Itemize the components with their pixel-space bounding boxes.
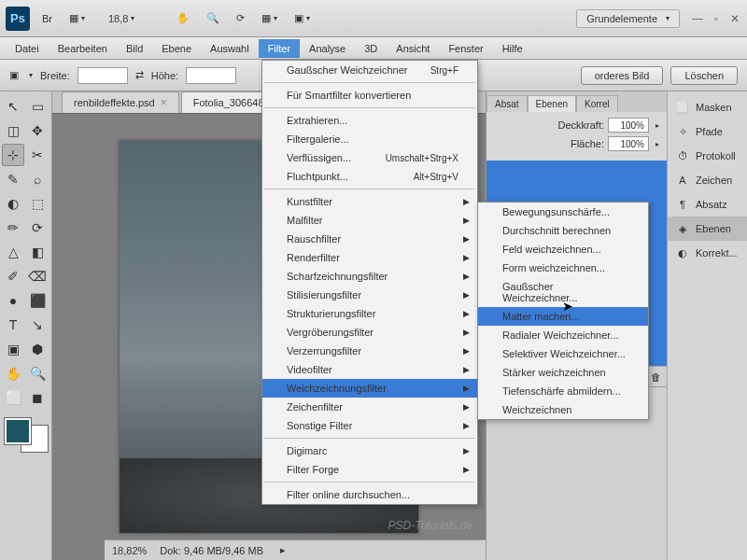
blur-item[interactable]: Bewegungsunschärfe... [478,203,648,221]
tool-9[interactable]: ⬚ [26,192,49,215]
menu-bearbeiten[interactable]: Bearbeiten [49,39,117,58]
blur-item[interactable]: Selektiver Weichzeichner... [478,344,648,363]
tool-19[interactable]: ↘ [26,314,49,336]
tool-13[interactable]: ◧ [26,241,49,263]
bridge-button[interactable]: Br [35,9,59,28]
tool-23[interactable]: 🔍 [26,362,49,385]
filter-item[interactable]: Rauschfilter▶ [262,230,477,248]
tool-12[interactable]: △ [2,241,24,263]
tool-11[interactable]: ⟳ [26,217,49,239]
status-zoom[interactable]: 18,82% [112,545,147,556]
opacity-input[interactable] [608,118,649,133]
tool-22[interactable]: ✋ [2,362,24,385]
filter-item[interactable]: Scharfzeichnungsfilter▶ [262,267,477,286]
width-input[interactable] [78,67,128,84]
rotate-view-button[interactable]: ⟳ [230,8,251,28]
chevron-right-icon[interactable]: ▸ [280,544,286,556]
tool-0[interactable]: ↖ [2,95,24,118]
tool-2[interactable]: ◫ [2,119,24,142]
tool-10[interactable]: ✏ [2,217,24,239]
filter-item[interactable]: Videofilter▶ [262,360,477,379]
menu-ansicht[interactable]: Ansicht [387,39,439,58]
blur-item[interactable]: Radialer Weichzeichner... [478,326,648,344]
front-image-button[interactable]: orderes Bild [581,66,664,85]
hand-tool-button[interactable]: ✋ [170,8,196,28]
filter-item[interactable]: Weichzeichnungsfilter▶ [262,379,477,398]
height-input[interactable] [186,67,236,84]
tool-24[interactable]: ⬜ [2,386,24,409]
dock-protokoll[interactable]: ⏱Protokoll [668,144,747,168]
chevron-right-icon[interactable]: ▸ [655,140,659,148]
tool-5[interactable]: ✂ [26,144,49,166]
tool-18[interactable]: T [2,314,24,336]
filter-item[interactable]: Malfilter▶ [262,211,477,230]
dock-absatz[interactable]: ¶Absatz [668,192,747,217]
menu-auswahl[interactable]: Auswahl [201,39,259,58]
filter-item[interactable]: Zeichenfilter▶ [262,398,477,416]
swap-icon[interactable]: ⇄ [135,69,144,81]
dock-pfade[interactable]: ✧Pfade [668,119,747,144]
close-icon[interactable]: × [161,96,167,109]
zoom-tool-button[interactable]: 🔍 [200,8,226,28]
screen-mode-button[interactable]: ▣▾ [288,8,317,28]
clear-button[interactable]: Löschen [670,66,738,85]
filter-item[interactable]: Gaußscher WeichzeichnerStrg+F [262,61,477,79]
workspace-switcher[interactable]: Grundelemente▾ [576,9,680,28]
panel-tab-korrel[interactable]: Korrel [576,95,618,112]
dock-ebenen[interactable]: ◈Ebenen [668,217,747,241]
filter-item[interactable]: Stilisierungsfilter▶ [262,286,477,304]
trash-icon[interactable]: 🗑 [651,371,661,383]
close-button[interactable]: ✕ [728,12,741,25]
maximize-button[interactable]: ▫ [710,12,723,25]
tool-8[interactable]: ◐ [2,192,24,215]
tool-6[interactable]: ✎ [2,168,24,190]
dock-zeichen[interactable]: AZeichen [668,168,747,192]
blur-item[interactable]: Durchschnitt berechnen [478,221,648,240]
document-tab[interactable]: renbildeffekte.psd× [62,91,179,113]
blur-item[interactable]: Stärker weichzeichnen [478,363,648,382]
arrange-documents-button[interactable]: ▦▾ [255,8,284,28]
filter-item[interactable]: Digimarc▶ [262,441,477,460]
tool-15[interactable]: ⌫ [26,265,49,287]
filter-item[interactable]: Sonstige Filter▶ [262,416,477,435]
dock-korrekt[interactable]: ◐Korrekt... [668,241,747,265]
tool-4[interactable]: ⊹ [2,144,24,166]
filter-item[interactable]: Vergröberungsfilter▶ [262,323,477,342]
filter-item[interactable]: Filter Forge▶ [262,460,477,479]
filter-item[interactable]: Filtergalerie... [262,130,477,148]
tool-16[interactable]: ● [2,289,24,312]
panel-tab-ebenen[interactable]: Ebenen [528,95,576,112]
foreground-swatch[interactable] [5,418,31,444]
dock-masken[interactable]: ⬜Masken [668,95,747,119]
menu-analyse[interactable]: Analyse [300,39,355,58]
menu-filter[interactable]: Filter [259,39,300,58]
filter-item[interactable]: Kunstfilter▶ [262,192,477,211]
menu-ebene[interactable]: Ebene [152,39,201,58]
tool-21[interactable]: ⬢ [26,338,49,360]
menu-3d[interactable]: 3D [355,39,387,58]
filter-item[interactable]: Verzerrungsfilter▶ [262,342,477,360]
filter-item[interactable]: Renderfilter▶ [262,248,477,267]
tool-1[interactable]: ▭ [26,95,49,118]
blur-item[interactable]: Feld weichzeichnen... [478,240,648,259]
view-extras-button[interactable]: ▦▾ [63,8,92,28]
menu-datei[interactable]: Datei [6,39,49,58]
blur-item[interactable]: Weichzeichnen [478,400,648,419]
menu-bild[interactable]: Bild [117,39,152,58]
blur-item[interactable]: Form weichzeichnen... [478,259,648,277]
menu-hilfe[interactable]: Hilfe [493,39,532,58]
zoom-select[interactable]: 18,8▾ [103,11,148,26]
filter-item[interactable]: Strukturierungsfilter▶ [262,304,477,323]
tool-25[interactable]: ◼ [26,386,49,409]
tool-17[interactable]: ⬛ [26,289,49,312]
tool-20[interactable]: ▣ [2,338,24,360]
panel-tab-absat[interactable]: Absat [486,95,528,112]
chevron-right-icon[interactable]: ▸ [655,121,659,130]
menu-fenster[interactable]: Fenster [439,39,492,58]
tool-3[interactable]: ✥ [26,119,49,142]
tool-14[interactable]: ✐ [2,265,24,287]
filter-item[interactable]: Filter online durchsuchen... [262,485,477,504]
fill-input[interactable] [608,136,649,151]
minimize-button[interactable]: — [691,12,704,25]
tool-7[interactable]: ⌕ [26,168,49,190]
